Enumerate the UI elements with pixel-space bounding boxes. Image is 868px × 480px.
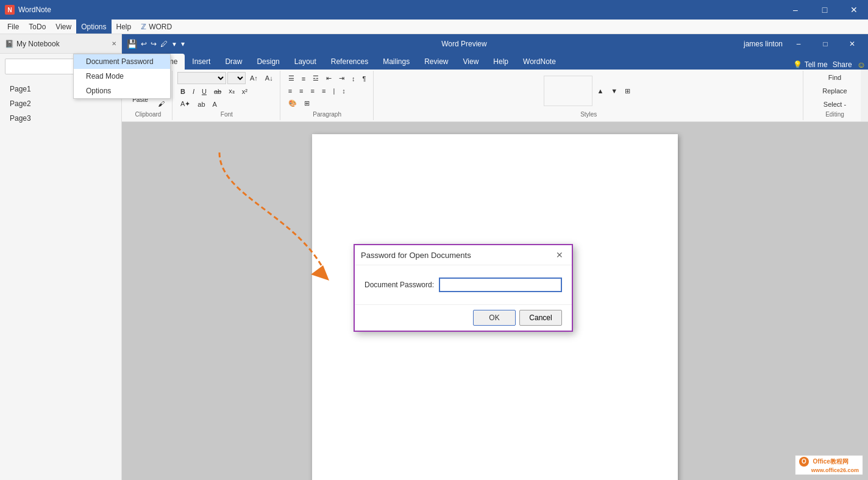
text-effects-button[interactable]: A✦ <box>177 98 193 110</box>
tab-wordnote[interactable]: WordNote <box>516 54 563 70</box>
font-format-row: B I U ab x₂ x² <box>177 85 276 97</box>
font-family-select[interactable] <box>177 72 226 84</box>
tab-view[interactable]: View <box>456 54 486 70</box>
subscript-button[interactable]: x₂ <box>226 85 238 97</box>
paint-icon[interactable]: 🖊 <box>160 40 168 48</box>
user-name: james linton <box>744 40 783 48</box>
tell-me-box[interactable]: 💡 Tell me <box>793 60 828 69</box>
bold-button[interactable]: B <box>177 86 188 97</box>
ribbon-toolbar: 📋 Paste ✂ 📄 🖌 Clipboard <box>122 70 868 122</box>
borders-button[interactable]: ⊞ <box>301 98 313 109</box>
menu-options[interactable]: Options <box>76 20 111 34</box>
clipboard-label: Clipboard <box>135 110 162 119</box>
replace-button[interactable]: Replace <box>819 85 850 96</box>
menu-view[interactable]: View <box>51 20 76 34</box>
font-controls: A↑ A↓ B I U ab x₂ x² A✦ ab A <box>177 72 276 110</box>
show-formatting-button[interactable]: ¶ <box>360 73 369 84</box>
strikethrough-button[interactable]: ab <box>211 86 224 97</box>
justify-button[interactable]: ≡ <box>319 85 329 96</box>
tab-insert[interactable]: Insert <box>185 54 218 70</box>
save-icon[interactable]: 💾 <box>127 39 137 49</box>
find-button[interactable]: Find <box>819 72 850 83</box>
tab-review[interactable]: Review <box>417 54 455 70</box>
styles-group: ▲ ▼ ⊞ Styles <box>375 71 803 120</box>
styles-expand[interactable]: ⊞ <box>622 85 633 97</box>
sort-button[interactable]: ↕ <box>349 73 358 84</box>
align-left-button[interactable]: ≡ <box>285 85 295 96</box>
paragraph-group: ☰ ≡ ☲ ⇤ ⇥ ↕ ¶ ≡ ≡ ≡ ≡ | ↕ <box>282 71 374 120</box>
font-size-select[interactable] <box>227 72 246 84</box>
tab-help[interactable]: Help <box>486 54 516 70</box>
tab-mailings[interactable]: Mailings <box>375 54 417 70</box>
dialog-titlebar: Password for Open Documents ✕ <box>355 245 572 265</box>
password-input[interactable] <box>439 278 562 292</box>
minimize-button[interactable]: – <box>781 0 809 20</box>
undo-icon[interactable]: ↩ <box>141 40 147 48</box>
smiley-icon[interactable]: ☺ <box>857 60 866 70</box>
line-spacing-button[interactable]: ↕ <box>339 85 349 96</box>
numbering-button[interactable]: ≡ <box>299 73 308 84</box>
styles-scroll-down[interactable]: ▼ <box>608 85 621 96</box>
styles-gallery[interactable] <box>544 76 592 106</box>
font-grow-button[interactable]: A↑ <box>247 73 261 84</box>
styles-label: Styles <box>580 110 597 119</box>
page-item-3[interactable]: Page3 <box>0 111 121 126</box>
font-group: A↑ A↓ B I U ab x₂ x² A✦ ab A <box>174 71 280 120</box>
underline-button[interactable]: U <box>199 86 210 97</box>
select-button[interactable]: Select - <box>819 99 850 110</box>
tab-design[interactable]: Design <box>249 54 286 70</box>
word-title-right: james linton – □ ✕ <box>744 34 863 54</box>
word-close-button[interactable]: ✕ <box>841 34 863 54</box>
menu-todo[interactable]: ToDo <box>24 20 51 34</box>
maximize-button[interactable]: □ <box>811 0 839 20</box>
redo-icon[interactable]: ↪ <box>151 40 157 48</box>
increase-indent-button[interactable]: ⇥ <box>336 73 347 84</box>
password-field: Document Password: <box>365 278 562 292</box>
main-container: 📓 My Notebook ✕ + Page1 Page2 Page3 💾 ↩ … <box>0 34 868 480</box>
word-maximize-button[interactable]: □ <box>814 34 836 54</box>
word-minimize-button[interactable]: – <box>788 34 809 54</box>
dropdown-read-mode[interactable]: Read Mode <box>74 69 170 84</box>
tab-layout[interactable]: Layout <box>287 54 324 70</box>
shading-button[interactable]: 🎨 <box>285 98 300 109</box>
dialog-footer: OK Cancel <box>355 304 572 331</box>
menu-help[interactable]: Help <box>112 20 137 34</box>
tab-references[interactable]: References <box>324 54 375 70</box>
font-selector-row: A↑ A↓ <box>177 72 276 84</box>
text-highlight-button[interactable]: ab <box>194 99 208 110</box>
dropdown-doc-password[interactable]: Document Password <box>74 54 170 69</box>
font-label: Font <box>221 110 233 119</box>
notebook-icon: 📓 <box>5 40 14 48</box>
menu-file[interactable]: File <box>2 20 24 34</box>
tab-draw[interactable]: Draw <box>218 54 249 70</box>
menu-word[interactable]: ℤ WORD <box>136 20 177 34</box>
word-icon: ℤ <box>141 23 146 31</box>
format-painter-button[interactable]: 🖌 <box>154 98 168 109</box>
styles-scroll-up[interactable]: ▲ <box>594 85 607 96</box>
font-shrink-button[interactable]: A↓ <box>262 73 276 84</box>
watermark-icon: O <box>799 457 809 467</box>
ok-button[interactable]: OK <box>473 310 516 326</box>
multilevel-button[interactable]: ☲ <box>310 73 322 84</box>
word-quick-access: 💾 ↩ ↪ 🖊 ▼ ▾ <box>127 39 185 49</box>
share-button[interactable]: Share <box>833 60 852 69</box>
close-sidebar-icon[interactable]: ✕ <box>112 40 116 47</box>
font-color-button[interactable]: A <box>210 99 220 110</box>
dialog-close-button[interactable]: ✕ <box>553 249 566 261</box>
ribbon-scrollbar[interactable] <box>861 70 868 121</box>
dropdown-icon[interactable]: ▼ <box>171 41 177 48</box>
bullets-button[interactable]: ☰ <box>285 73 297 84</box>
close-button[interactable]: ✕ <box>840 0 868 20</box>
cancel-button[interactable]: Cancel <box>519 310 562 326</box>
dialog-title: Password for Open Documents <box>361 251 471 260</box>
dropdown-options[interactable]: Options <box>74 84 170 98</box>
align-center-button[interactable]: ≡ <box>296 85 306 96</box>
ribbon-tabs: File Home Insert Draw Design Layout Refe… <box>122 54 868 70</box>
password-dialog: Password for Open Documents ✕ Document P… <box>354 244 573 332</box>
column-break-button[interactable]: | <box>330 85 338 96</box>
window-controls: – □ ✕ <box>781 0 868 20</box>
decrease-indent-button[interactable]: ⇤ <box>323 73 335 84</box>
superscript-button[interactable]: x² <box>239 86 251 97</box>
align-right-button[interactable]: ≡ <box>308 85 318 96</box>
italic-button[interactable]: I <box>190 86 197 97</box>
